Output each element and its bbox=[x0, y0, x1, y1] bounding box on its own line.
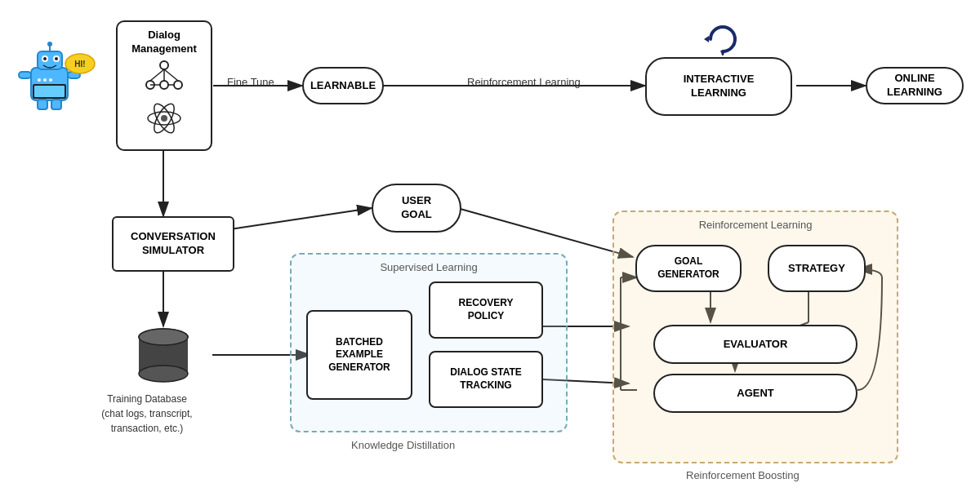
recovery-policy-label: RECOVERY POLICY bbox=[459, 297, 514, 322]
user-goal-box: USER GOAL bbox=[372, 184, 461, 233]
svg-marker-52 bbox=[704, 36, 709, 42]
svg-point-26 bbox=[55, 57, 58, 60]
reinforcement-boosting-label: Reinforcement Boosting bbox=[686, 469, 800, 481]
svg-line-9 bbox=[457, 208, 633, 257]
evaluator-label: EVALUATOR bbox=[724, 338, 788, 352]
training-database bbox=[135, 325, 192, 382]
robot-icon: HI! bbox=[15, 39, 96, 113]
network-icon bbox=[144, 59, 185, 95]
batched-example-generator-box: BATCHED EXAMPLE GENERATOR bbox=[306, 310, 412, 400]
goal-generator-box: GOAL GENERATOR bbox=[635, 245, 742, 292]
interactive-learning-label: INTERACTIVE LEARNING bbox=[684, 73, 755, 100]
learnable-label: LEARNABLE bbox=[310, 79, 376, 93]
rl-top-label: Reinforcement Learning bbox=[467, 76, 581, 88]
user-goal-label: USER GOAL bbox=[401, 194, 432, 222]
supervised-learning-label: Supervised Learning bbox=[292, 261, 566, 273]
rl-box-label: Reinforcement Learning bbox=[614, 219, 897, 231]
svg-point-36 bbox=[43, 78, 47, 82]
knowledge-distillation-label: Knowledge Distillation bbox=[351, 439, 455, 451]
dialog-state-tracking-label: DIALOG STATE TRACKING bbox=[450, 366, 522, 392]
recovery-policy-box: RECOVERY POLICY bbox=[429, 281, 543, 339]
online-learning-label: ONLINE LEARNING bbox=[867, 72, 962, 100]
interactive-learning-box: INTERACTIVE LEARNING bbox=[645, 57, 792, 116]
svg-rect-27 bbox=[19, 72, 31, 78]
svg-point-40 bbox=[174, 81, 182, 89]
dialog-management-label: Dialog Management bbox=[118, 29, 211, 56]
goal-generator-label: GOAL GENERATOR bbox=[657, 255, 719, 281]
refresh-icon bbox=[702, 23, 743, 55]
learnable-box: LEARNABLE bbox=[302, 67, 384, 104]
batched-example-generator-label: BATCHED EXAMPLE GENERATOR bbox=[328, 336, 390, 375]
svg-point-37 bbox=[49, 78, 52, 82]
svg-rect-30 bbox=[51, 100, 61, 109]
architecture-diagram: HI! Dialog Management bbox=[0, 0, 980, 492]
svg-rect-34 bbox=[34, 86, 65, 97]
svg-text:HI!: HI! bbox=[74, 60, 85, 69]
agent-label: AGENT bbox=[737, 387, 774, 401]
svg-point-22 bbox=[47, 42, 52, 47]
strategy-label: STRATEGY bbox=[788, 262, 845, 276]
strategy-box: STRATEGY bbox=[768, 245, 866, 292]
svg-point-56 bbox=[139, 329, 188, 345]
agent-box: AGENT bbox=[653, 374, 858, 413]
online-learning-box: ONLINE LEARNING bbox=[866, 67, 964, 104]
fine-tune-label: Fine Tune bbox=[227, 76, 274, 88]
conversation-simulator-label: CONVERSATION SIMULATOR bbox=[131, 230, 216, 258]
svg-marker-51 bbox=[720, 51, 725, 55]
evaluator-box: EVALUATOR bbox=[653, 325, 858, 364]
training-database-label: Training Database (chat logs, transcript… bbox=[82, 392, 212, 436]
atom-icon bbox=[144, 100, 185, 137]
svg-point-35 bbox=[38, 78, 41, 82]
svg-line-43 bbox=[164, 69, 178, 81]
svg-point-55 bbox=[139, 366, 188, 382]
svg-point-25 bbox=[43, 57, 47, 60]
dialog-management-box: Dialog Management bbox=[116, 20, 212, 151]
svg-point-41 bbox=[160, 81, 168, 89]
svg-point-38 bbox=[160, 61, 168, 69]
svg-rect-29 bbox=[38, 100, 47, 109]
svg-point-50 bbox=[161, 115, 167, 122]
dialog-state-tracking-box: DIALOG STATE TRACKING bbox=[429, 351, 543, 408]
svg-line-42 bbox=[150, 69, 164, 81]
conversation-simulator-box: CONVERSATION SIMULATOR bbox=[112, 216, 234, 272]
